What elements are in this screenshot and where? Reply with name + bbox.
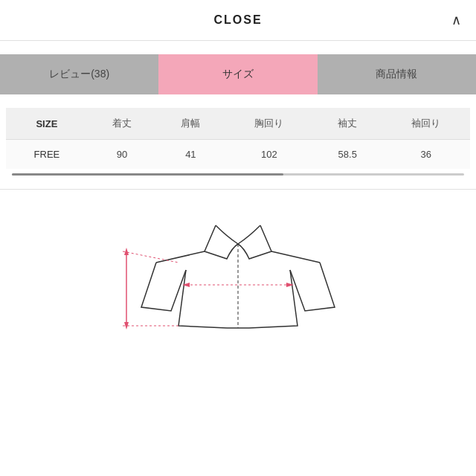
svg-line-4 xyxy=(123,251,178,263)
garment-diagram-container xyxy=(15,210,461,329)
cell-sleeve-circ: 36 xyxy=(382,140,470,170)
tab-info[interactable]: 商品情報 xyxy=(318,54,476,94)
chevron-up-icon[interactable]: ∧ xyxy=(451,12,461,28)
svg-marker-2 xyxy=(124,248,129,255)
tab-size-label: サイズ xyxy=(222,68,254,81)
tab-bar: レビュー(38) サイズ 商品情報 xyxy=(0,54,476,94)
col-header-length: 着丈 xyxy=(88,108,156,140)
scroll-bar xyxy=(12,173,283,176)
col-header-size: SIZE xyxy=(6,108,88,140)
cell-shoulder: 41 xyxy=(156,140,225,170)
cell-size: FREE xyxy=(6,140,88,170)
garment-diagram-svg xyxy=(112,210,364,329)
garment-diagram-section xyxy=(0,203,476,337)
modal-header: CLOSE ∧ xyxy=(0,0,476,41)
col-header-chest: 胸回り xyxy=(225,108,314,140)
close-label[interactable]: CLOSE xyxy=(213,13,262,27)
cell-chest: 102 xyxy=(225,140,314,170)
size-table-container: SIZE 着丈 肩幅 胸回り 袖丈 袖回り FREE 90 41 102 58.… xyxy=(0,108,476,176)
tab-review-label: レビュー(38) xyxy=(49,68,109,81)
tab-review[interactable]: レビュー(38) xyxy=(0,54,158,94)
size-table: SIZE 着丈 肩幅 胸回り 袖丈 袖回り FREE 90 41 102 58.… xyxy=(6,108,470,169)
cell-sleeve: 58.5 xyxy=(313,140,382,170)
cell-length: 90 xyxy=(88,140,156,170)
col-header-shoulder: 肩幅 xyxy=(156,108,225,140)
tab-info-label: 商品情報 xyxy=(376,68,417,81)
section-divider xyxy=(0,189,476,190)
col-header-sleeve: 袖丈 xyxy=(313,108,382,140)
tab-size[interactable]: サイズ xyxy=(158,54,317,94)
table-header-row: SIZE 着丈 肩幅 胸回り 袖丈 袖回り xyxy=(6,108,470,140)
col-header-sleeve-circ: 袖回り xyxy=(382,108,470,140)
scroll-indicator xyxy=(12,173,464,176)
table-row: FREE 90 41 102 58.5 36 xyxy=(6,140,470,170)
